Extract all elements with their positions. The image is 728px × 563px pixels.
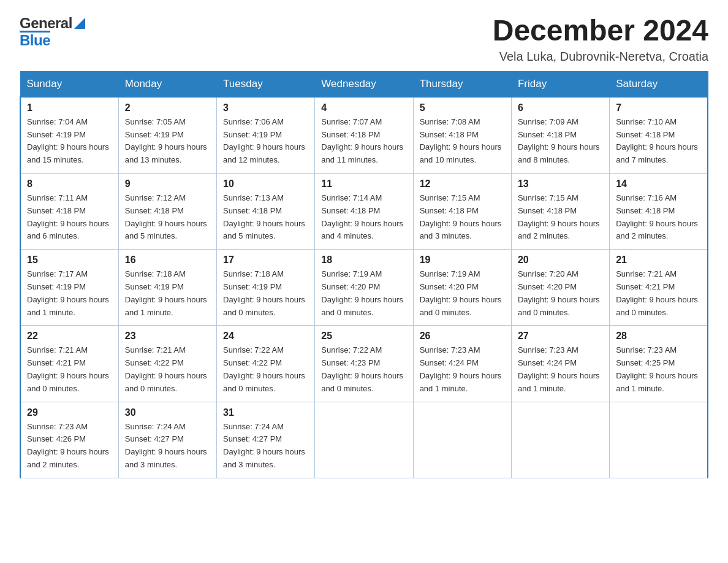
day-info: Sunrise: 7:11 AMSunset: 4:18 PMDaylight:… <box>27 192 112 243</box>
calendar-cell: 19Sunrise: 7:19 AMSunset: 4:20 PMDayligh… <box>413 250 511 326</box>
calendar-cell <box>413 402 511 478</box>
calendar-cell: 2Sunrise: 7:05 AMSunset: 4:19 PMDaylight… <box>118 97 216 174</box>
day-info: Sunrise: 7:15 AMSunset: 4:18 PMDaylight:… <box>518 192 603 243</box>
day-info: Sunrise: 7:08 AMSunset: 4:18 PMDaylight:… <box>420 116 505 167</box>
calendar-cell: 25Sunrise: 7:22 AMSunset: 4:23 PMDayligh… <box>315 326 413 402</box>
calendar-week-5: 29Sunrise: 7:23 AMSunset: 4:26 PMDayligh… <box>20 402 708 478</box>
day-number: 3 <box>223 102 308 113</box>
day-number: 30 <box>125 407 210 418</box>
day-number: 27 <box>518 331 603 342</box>
logo-general-text: General <box>20 15 72 32</box>
day-number: 4 <box>321 102 406 113</box>
calendar-cell <box>315 402 413 478</box>
day-info: Sunrise: 7:15 AMSunset: 4:18 PMDaylight:… <box>420 192 505 243</box>
day-info: Sunrise: 7:20 AMSunset: 4:20 PMDaylight:… <box>518 268 603 319</box>
day-number: 23 <box>125 331 210 342</box>
logo-arrow-icon <box>74 17 85 29</box>
day-info: Sunrise: 7:18 AMSunset: 4:19 PMDaylight:… <box>125 268 210 319</box>
header-day-thursday: Thursday <box>413 71 511 97</box>
day-number: 8 <box>27 178 112 190</box>
calendar-cell: 18Sunrise: 7:19 AMSunset: 4:20 PMDayligh… <box>315 250 413 326</box>
day-number: 28 <box>616 331 701 342</box>
header-day-saturday: Saturday <box>610 71 708 97</box>
day-info: Sunrise: 7:14 AMSunset: 4:18 PMDaylight:… <box>321 192 406 243</box>
day-number: 29 <box>27 407 112 418</box>
day-info: Sunrise: 7:23 AMSunset: 4:26 PMDaylight:… <box>27 421 112 472</box>
header: General Blue December 2024 Vela Luka, Du… <box>20 15 708 64</box>
calendar-cell: 10Sunrise: 7:13 AMSunset: 4:18 PMDayligh… <box>217 173 315 249</box>
day-info: Sunrise: 7:23 AMSunset: 4:24 PMDaylight:… <box>420 344 505 395</box>
calendar-cell: 12Sunrise: 7:15 AMSunset: 4:18 PMDayligh… <box>413 173 511 249</box>
day-info: Sunrise: 7:09 AMSunset: 4:18 PMDaylight:… <box>518 116 603 167</box>
day-number: 24 <box>223 331 308 342</box>
day-number: 14 <box>616 178 701 190</box>
day-number: 16 <box>125 255 210 266</box>
header-day-friday: Friday <box>511 71 609 97</box>
day-number: 11 <box>321 178 406 190</box>
day-number: 17 <box>223 255 308 266</box>
calendar-cell: 26Sunrise: 7:23 AMSunset: 4:24 PMDayligh… <box>413 326 511 402</box>
title-block: December 2024 Vela Luka, Dubrovnik-Neret… <box>493 15 708 64</box>
calendar-table: SundayMondayTuesdayWednesdayThursdayFrid… <box>20 71 708 478</box>
calendar-cell: 9Sunrise: 7:12 AMSunset: 4:18 PMDaylight… <box>118 173 216 249</box>
day-info: Sunrise: 7:04 AMSunset: 4:19 PMDaylight:… <box>27 116 112 167</box>
svg-marker-0 <box>74 18 85 29</box>
header-day-sunday: Sunday <box>20 71 118 97</box>
day-number: 19 <box>420 255 505 266</box>
logo-top: General <box>20 15 85 32</box>
day-info: Sunrise: 7:10 AMSunset: 4:18 PMDaylight:… <box>616 116 701 167</box>
location-title: Vela Luka, Dubrovnik-Neretva, Croatia <box>493 50 708 64</box>
calendar-cell <box>610 402 708 478</box>
day-info: Sunrise: 7:24 AMSunset: 4:27 PMDaylight:… <box>125 421 210 472</box>
day-number: 12 <box>420 178 505 190</box>
month-title: December 2024 <box>493 15 708 47</box>
calendar-cell: 6Sunrise: 7:09 AMSunset: 4:18 PMDaylight… <box>511 97 609 174</box>
day-info: Sunrise: 7:19 AMSunset: 4:20 PMDaylight:… <box>420 268 505 319</box>
day-number: 6 <box>518 102 603 113</box>
calendar-cell: 22Sunrise: 7:21 AMSunset: 4:21 PMDayligh… <box>20 326 118 402</box>
calendar-week-3: 15Sunrise: 7:17 AMSunset: 4:19 PMDayligh… <box>20 250 708 326</box>
calendar-cell: 11Sunrise: 7:14 AMSunset: 4:18 PMDayligh… <box>315 173 413 249</box>
day-info: Sunrise: 7:22 AMSunset: 4:22 PMDaylight:… <box>223 344 308 395</box>
day-number: 2 <box>125 102 210 113</box>
day-info: Sunrise: 7:06 AMSunset: 4:19 PMDaylight:… <box>223 116 308 167</box>
day-number: 9 <box>125 178 210 190</box>
day-info: Sunrise: 7:19 AMSunset: 4:20 PMDaylight:… <box>321 268 406 319</box>
day-number: 25 <box>321 331 406 342</box>
logo: General Blue <box>20 15 85 48</box>
calendar-cell: 14Sunrise: 7:16 AMSunset: 4:18 PMDayligh… <box>610 173 708 249</box>
day-info: Sunrise: 7:16 AMSunset: 4:18 PMDaylight:… <box>616 192 701 243</box>
day-info: Sunrise: 7:24 AMSunset: 4:27 PMDaylight:… <box>223 421 308 472</box>
day-info: Sunrise: 7:13 AMSunset: 4:18 PMDaylight:… <box>223 192 308 243</box>
day-number: 21 <box>616 255 701 266</box>
calendar-cell: 27Sunrise: 7:23 AMSunset: 4:24 PMDayligh… <box>511 326 609 402</box>
calendar-cell <box>511 402 609 478</box>
calendar-cell: 17Sunrise: 7:18 AMSunset: 4:19 PMDayligh… <box>217 250 315 326</box>
day-number: 5 <box>420 102 505 113</box>
header-day-tuesday: Tuesday <box>217 71 315 97</box>
calendar-week-1: 1Sunrise: 7:04 AMSunset: 4:19 PMDaylight… <box>20 97 708 174</box>
day-info: Sunrise: 7:17 AMSunset: 4:19 PMDaylight:… <box>27 268 112 319</box>
calendar-cell: 5Sunrise: 7:08 AMSunset: 4:18 PMDaylight… <box>413 97 511 174</box>
calendar-cell: 3Sunrise: 7:06 AMSunset: 4:19 PMDaylight… <box>217 97 315 174</box>
calendar-cell: 8Sunrise: 7:11 AMSunset: 4:18 PMDaylight… <box>20 173 118 249</box>
calendar-week-2: 8Sunrise: 7:11 AMSunset: 4:18 PMDaylight… <box>20 173 708 249</box>
day-info: Sunrise: 7:21 AMSunset: 4:22 PMDaylight:… <box>125 344 210 395</box>
calendar-header-row: SundayMondayTuesdayWednesdayThursdayFrid… <box>20 71 708 97</box>
calendar-cell: 4Sunrise: 7:07 AMSunset: 4:18 PMDaylight… <box>315 97 413 174</box>
day-number: 26 <box>420 331 505 342</box>
calendar-cell: 15Sunrise: 7:17 AMSunset: 4:19 PMDayligh… <box>20 250 118 326</box>
day-number: 20 <box>518 255 603 266</box>
calendar-cell: 31Sunrise: 7:24 AMSunset: 4:27 PMDayligh… <box>217 402 315 478</box>
calendar-cell: 7Sunrise: 7:10 AMSunset: 4:18 PMDaylight… <box>610 97 708 174</box>
calendar-cell: 21Sunrise: 7:21 AMSunset: 4:21 PMDayligh… <box>610 250 708 326</box>
calendar-cell: 28Sunrise: 7:23 AMSunset: 4:25 PMDayligh… <box>610 326 708 402</box>
calendar-cell: 24Sunrise: 7:22 AMSunset: 4:22 PMDayligh… <box>217 326 315 402</box>
day-info: Sunrise: 7:23 AMSunset: 4:25 PMDaylight:… <box>616 344 701 395</box>
day-info: Sunrise: 7:12 AMSunset: 4:18 PMDaylight:… <box>125 192 210 243</box>
day-number: 7 <box>616 102 701 113</box>
day-number: 10 <box>223 178 308 190</box>
calendar-cell: 16Sunrise: 7:18 AMSunset: 4:19 PMDayligh… <box>118 250 216 326</box>
calendar-cell: 1Sunrise: 7:04 AMSunset: 4:19 PMDaylight… <box>20 97 118 174</box>
day-number: 1 <box>27 102 112 113</box>
